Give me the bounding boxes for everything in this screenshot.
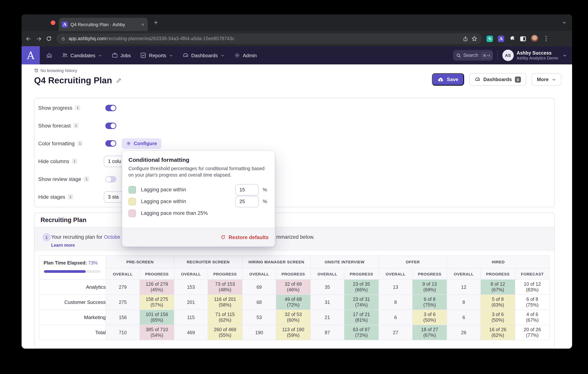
page-content: No browsing history Q4 Recruiting Plan S… — [21, 64, 572, 349]
dashboards-button[interactable]: Dashboards 0 — [469, 73, 526, 86]
overall-cell: 6 — [379, 310, 412, 325]
edit-title-pencil-icon[interactable] — [116, 78, 122, 83]
nav-item-home[interactable] — [46, 52, 52, 58]
overall-cell: 21 — [310, 310, 344, 325]
briefcase-icon — [112, 52, 118, 58]
configure-button[interactable]: Configure — [122, 138, 162, 149]
refresh-icon[interactable] — [46, 36, 52, 42]
browser-tab[interactable]: A Q4 Recruiting Plan · Ashby — [59, 18, 148, 31]
overall-cell: 710 — [106, 325, 140, 340]
ashby-logo[interactable]: A — [21, 46, 40, 64]
progress-cell: 126 of 279(45%) — [140, 279, 174, 295]
nav-item-admin[interactable]: Admin — [234, 52, 257, 58]
popover-title: Conditional formatting — [128, 157, 269, 163]
overall-cell: 115 — [174, 310, 208, 325]
progress-cell: 6 of 8(75%) — [412, 295, 447, 310]
back-icon[interactable] — [25, 35, 32, 42]
gear-icon — [126, 141, 131, 146]
search-button[interactable]: Search ⌘+K — [453, 50, 493, 61]
settings-label-text: Color formatting — [38, 140, 75, 146]
gauge-icon — [183, 52, 189, 58]
extensions-puzzle-icon[interactable] — [509, 36, 515, 42]
banner-month-link[interactable]: Octobe — [104, 234, 120, 240]
nav-item-dashboards[interactable]: Dashboards — [183, 52, 225, 58]
settings-label-text: Hide stages — [38, 194, 65, 200]
threshold-input[interactable]: 15 — [235, 184, 259, 195]
breadcrumb[interactable]: No browsing history — [34, 68, 77, 73]
dashboards-count-badge: 0 — [515, 76, 521, 82]
pink-swatch — [128, 209, 136, 217]
toggle-color-formatting[interactable] — [105, 140, 116, 147]
plan-card-title: Recruiting Plan — [41, 216, 86, 224]
progress-cell: 49 of 68(72%) — [276, 295, 310, 310]
info-icon: i — [72, 159, 77, 164]
sub-header-recruiter-screen-progress: PROGRESS — [208, 268, 242, 279]
row-label: Marketing — [39, 310, 106, 325]
ashby-extension-icon[interactable]: A — [498, 35, 504, 42]
settings-row-show-review-stage: Show review stagei — [34, 170, 554, 188]
plan-card-header: Recruiting Plan — [34, 213, 554, 227]
tab-search-chevron-icon[interactable] — [562, 20, 567, 25]
overall-cell: 13 — [379, 279, 412, 295]
overall-cell: 68 — [242, 295, 276, 310]
search-label: Search — [463, 53, 478, 58]
group-header-hired: HIRED — [447, 256, 550, 268]
gear-icon — [234, 52, 240, 58]
nav-item-label: Reports — [149, 53, 166, 58]
nav-item-jobs[interactable]: Jobs — [112, 52, 131, 58]
popover-footer: Restore defaults — [122, 228, 275, 246]
bookmark-star-icon[interactable] — [471, 36, 477, 42]
browser-profile-avatar[interactable] — [531, 35, 538, 43]
table-row-marketing: Marketing156101 of 156(65%)11571 of 115(… — [39, 310, 550, 325]
plan-table-wrap: Plan Time Elapsed: 73%PRE-SCREENRECRUITE… — [39, 255, 550, 340]
threshold-input[interactable]: 25 — [235, 196, 259, 207]
toggle-show-review-stage[interactable] — [105, 176, 116, 182]
new-tab-button[interactable] — [153, 20, 159, 25]
save-button[interactable]: Save — [432, 73, 464, 86]
toggle-show-progress[interactable] — [105, 105, 116, 111]
search-shortcut: ⌘+K — [481, 53, 492, 58]
share-icon[interactable] — [462, 36, 468, 42]
percent-label: % — [263, 199, 267, 204]
nav-items: CandidatesJobsReportsDashboardsAdmin — [46, 52, 257, 58]
learn-more-link[interactable]: Learn more — [51, 243, 75, 247]
close-tab-icon[interactable] — [141, 22, 145, 26]
progress-cell: 17 of 21(81%) — [344, 310, 379, 325]
nav-item-label: Candidates — [71, 53, 95, 58]
progress-cell: 16 of 26(62%) — [481, 325, 515, 340]
sub-header-onsite-interview-progress: PROGRESS — [344, 268, 379, 279]
teal-extension-icon[interactable] — [486, 35, 493, 42]
nav-item-reports[interactable]: Reports — [140, 52, 173, 58]
progress-cell: 20 of 26(77%) — [515, 325, 550, 340]
green-swatch — [128, 186, 136, 193]
info-banner: i Your recruiting plan for Octobe mmariz… — [34, 227, 554, 251]
home-icon — [46, 52, 52, 58]
settings-label-text: Show review stage — [38, 176, 81, 182]
banner-text-after: mmarized below. — [276, 234, 315, 240]
page-title: Q4 Recruiting Plan — [34, 75, 112, 86]
nav-item-label: Dashboards — [191, 53, 218, 58]
percent-label: % — [263, 187, 267, 192]
forward-icon[interactable] — [36, 35, 42, 42]
progress-cell: 385 of 710(54%) — [140, 325, 174, 340]
breadcrumb-label: No browsing history — [41, 68, 77, 73]
restore-defaults-button[interactable]: Restore defaults — [220, 234, 269, 240]
progress-cell: 23 of 35(66%) — [344, 279, 379, 295]
user-menu[interactable]: AS Ashby Success Ashby Analytics Demo — [502, 50, 567, 61]
nav-divider — [497, 50, 498, 60]
header-actions: Save Dashboards 0 More — [432, 73, 561, 86]
side-panel-icon[interactable] — [520, 36, 526, 41]
yellow-swatch — [128, 198, 136, 205]
gauge-icon — [475, 76, 480, 82]
nav-item-candidates[interactable]: Candidates — [62, 52, 102, 58]
browser-toolbar: app.ashbyhq.com/recruiting-planner/ea263… — [21, 31, 572, 46]
close-window-button[interactable] — [51, 21, 55, 25]
overall-cell: 279 — [106, 279, 140, 295]
toggle-show-forecast[interactable] — [105, 122, 116, 129]
more-button[interactable]: More — [532, 73, 561, 86]
sub-header-onsite-interview-overall: OVERALL — [310, 268, 344, 279]
recruiting-plan-card: Recruiting Plan i Your recruiting plan f… — [34, 213, 555, 348]
address-bar[interactable]: app.ashbyhq.com/recruiting-planner/ea263… — [56, 33, 482, 44]
browser-menu-icon[interactable] — [546, 36, 547, 41]
settings-label-text: Hide columns — [38, 158, 69, 164]
